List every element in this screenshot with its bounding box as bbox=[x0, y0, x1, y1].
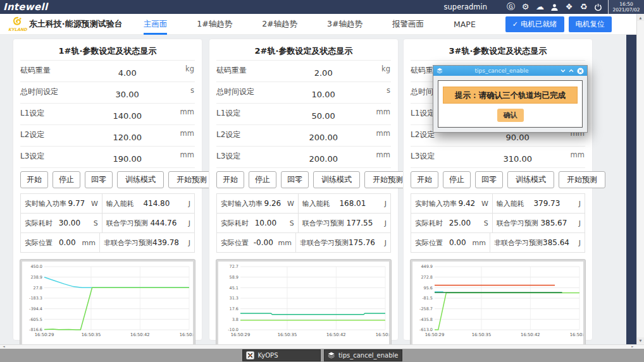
svg-text:3.8: 3.8 bbox=[232, 317, 238, 322]
svg-text:31.3: 31.3 bbox=[230, 296, 238, 301]
train-mode-button[interactable]: 训练模式 bbox=[117, 171, 164, 188]
status-table: 实时输入功率 9.26 W 输入能耗 168.01 J 实际耗时 10.00 S… bbox=[216, 193, 391, 253]
tab-axis2-trend[interactable]: 2#轴趋势 bbox=[262, 14, 297, 35]
svg-text:-605.5: -605.5 bbox=[29, 317, 42, 322]
start-button[interactable]: 开始 bbox=[411, 171, 438, 188]
tab-axis1-trend[interactable]: 1#轴趋势 bbox=[197, 14, 232, 35]
return-zero-button[interactable]: 回零 bbox=[475, 171, 503, 188]
app-title: 东土科技·能源预测试验台 bbox=[29, 18, 123, 30]
screen: Intewell superadmin Ⓖ ⚙ ☁ ❖ ♻ 16:50 2021… bbox=[0, 0, 644, 362]
shade-up-icon[interactable] bbox=[569, 68, 574, 73]
return-zero-button[interactable]: 回零 bbox=[85, 171, 113, 188]
status-cell-federated-pred: 联合学习预测 385.67 J bbox=[493, 214, 585, 232]
svg-text:16:50:29: 16:50:29 bbox=[231, 332, 251, 337]
param-value-field[interactable]: 140.00 bbox=[99, 111, 156, 121]
panel-rail-1: 1#轨·参数设定及状态显示 砝码重量 4.00 kg 总时间设定 30.00 s… bbox=[13, 39, 202, 341]
param-value-field[interactable]: 4.00 bbox=[99, 68, 156, 78]
trend-chart: 449.9272.895.6-81.5-258.7-435.8-613.016:… bbox=[412, 262, 584, 342]
start-predict-button[interactable]: 开始预测 bbox=[559, 171, 605, 188]
start-button[interactable]: 开始 bbox=[216, 171, 244, 188]
stop-button[interactable]: 停止 bbox=[443, 171, 471, 188]
status-cell-position: 实际位置 0.00 mm bbox=[21, 233, 100, 252]
panel-title: 1#轨·参数设定及状态显示 bbox=[13, 39, 202, 60]
param-unit: mm bbox=[571, 150, 585, 159]
scroll-up-arrow[interactable]: ▲ bbox=[637, 15, 644, 21]
status-cell-power: 实时输入功率 9.26 W bbox=[217, 194, 299, 213]
taskbar-item-kyops[interactable]: KyOPS bbox=[242, 349, 321, 361]
taskbar-item-tips-cancel-enable[interactable]: tips_cancel_enable bbox=[324, 349, 402, 361]
param-value-field[interactable]: 2.00 bbox=[295, 68, 352, 78]
power-icon[interactable] bbox=[591, 0, 605, 14]
param-value-field[interactable]: 10.00 bbox=[295, 90, 352, 99]
svg-text:238.9: 238.9 bbox=[30, 275, 42, 280]
dialog-body: 提示：请确认三个轨道均已完成 确认 bbox=[433, 76, 587, 132]
g-badge-icon[interactable]: Ⓖ bbox=[504, 0, 518, 14]
svg-text:17.6: 17.6 bbox=[230, 306, 238, 311]
svg-text:16:50:49: 16:50:49 bbox=[376, 332, 390, 337]
svg-text:58.9: 58.9 bbox=[230, 275, 238, 280]
dialog-titlebar[interactable]: tips_cancel_enable bbox=[433, 66, 587, 76]
motor-reset-button[interactable]: 电机复位 bbox=[569, 16, 612, 32]
stop-button[interactable]: 停止 bbox=[249, 171, 276, 188]
param-label: 砝码重量 bbox=[216, 66, 247, 75]
layers-icon bbox=[437, 68, 443, 74]
status-cell-federated-pred: 联合学习预测 444.76 J bbox=[102, 214, 194, 232]
tab-main-screen[interactable]: 主画面 bbox=[144, 14, 168, 35]
param-value-field[interactable]: 310.00 bbox=[489, 154, 546, 164]
horizontal-scrollbar[interactable]: ◄ ► bbox=[0, 344, 644, 349]
start-button[interactable]: 开始 bbox=[20, 171, 48, 188]
vertical-scrollbar[interactable]: ▲ ▼ bbox=[636, 14, 644, 344]
panel-rail-2: 2#轨·参数设定及状态显示 砝码重量 2.00 kg 总时间设定 10.00 s… bbox=[209, 39, 399, 341]
param-value-field[interactable]: 90.00 bbox=[489, 133, 546, 142]
status-table: 实时输入功率 9.77 W 输入能耗 414.80 J 实际耗时 30.00 S… bbox=[20, 193, 195, 253]
tab-axis3-trend[interactable]: 3#轴趋势 bbox=[327, 14, 362, 35]
scroll-left-arrow[interactable]: ◄ bbox=[1, 345, 7, 349]
param-unit: s bbox=[190, 86, 194, 95]
dialog-inner-frame: 提示：请确认三个轨道均已完成 确认 bbox=[438, 80, 583, 128]
train-mode-button[interactable]: 训练模式 bbox=[313, 171, 360, 188]
apps-grid-icon[interactable]: ❖ bbox=[562, 0, 576, 14]
time-label: 16:50 bbox=[609, 1, 644, 7]
param-unit: kg bbox=[381, 64, 390, 73]
close-icon[interactable] bbox=[577, 68, 584, 75]
param-value-field[interactable]: 200.00 bbox=[295, 133, 352, 142]
status-cell-power: 实时输入功率 9.77 W bbox=[21, 194, 102, 213]
return-zero-button[interactable]: 回零 bbox=[281, 171, 309, 188]
param-row-l2: L2设定 200.00 mm bbox=[216, 124, 391, 146]
user-icon[interactable] bbox=[547, 0, 562, 14]
svg-text:-183.3: -183.3 bbox=[29, 296, 42, 301]
svg-text:16:50:42: 16:50:42 bbox=[521, 332, 540, 337]
param-value-field[interactable]: 200.00 bbox=[295, 154, 352, 164]
train-mode-button[interactable]: 训练模式 bbox=[507, 171, 554, 188]
param-value-field[interactable]: 190.00 bbox=[99, 154, 156, 164]
tab-alarm-screen[interactable]: 报警画面 bbox=[392, 14, 424, 35]
trend-chart: 72.758.945.131.317.63.8-10.016:50:2916:5… bbox=[218, 262, 390, 342]
param-label: 总时间设定 bbox=[20, 87, 58, 96]
shade-down-icon[interactable] bbox=[560, 68, 566, 73]
param-value-field[interactable]: 120.00 bbox=[99, 133, 156, 142]
tab-mape[interactable]: MAPE bbox=[454, 14, 476, 35]
dialog-message: 提示：请确认三个轨道均已完成 bbox=[443, 87, 578, 104]
check-icon: ✓ bbox=[512, 20, 518, 28]
param-unit: kg bbox=[185, 64, 194, 73]
settings-gear-icon[interactable]: ⚙ bbox=[518, 0, 533, 14]
recycle-icon[interactable]: ♻ bbox=[576, 0, 591, 14]
status-cell-nonfederated-pred: 非联合学习预测 439.78 J bbox=[100, 233, 194, 252]
panel-actions: 开始 停止 回零 训练模式 开始预测 bbox=[20, 171, 195, 188]
os-taskbar: KyOPS tips_cancel_enable bbox=[0, 349, 644, 362]
intewell-logo: Intewell bbox=[0, 1, 47, 13]
motor-ready-button[interactable]: ✓电机已就绪 bbox=[505, 16, 564, 32]
scroll-down-arrow[interactable]: ▼ bbox=[637, 337, 644, 344]
scroll-right-arrow[interactable]: ► bbox=[629, 345, 636, 349]
param-value-field[interactable]: 30.00 bbox=[99, 90, 156, 99]
app-background-strip bbox=[626, 35, 636, 344]
status-row: 实际耗时 30.00 S 联合学习预测 444.76 J bbox=[21, 213, 194, 232]
layers-icon bbox=[328, 351, 335, 359]
start-predict-button[interactable]: 开始预测 bbox=[168, 171, 215, 188]
current-user-label: superadmin bbox=[444, 3, 487, 11]
confirm-button[interactable]: 确认 bbox=[497, 109, 524, 122]
cloud-icon[interactable]: ☁ bbox=[533, 0, 547, 14]
param-label: 总时间设定 bbox=[216, 87, 254, 96]
stop-button[interactable]: 停止 bbox=[53, 171, 80, 188]
param-value-field[interactable]: 50.00 bbox=[295, 111, 352, 121]
